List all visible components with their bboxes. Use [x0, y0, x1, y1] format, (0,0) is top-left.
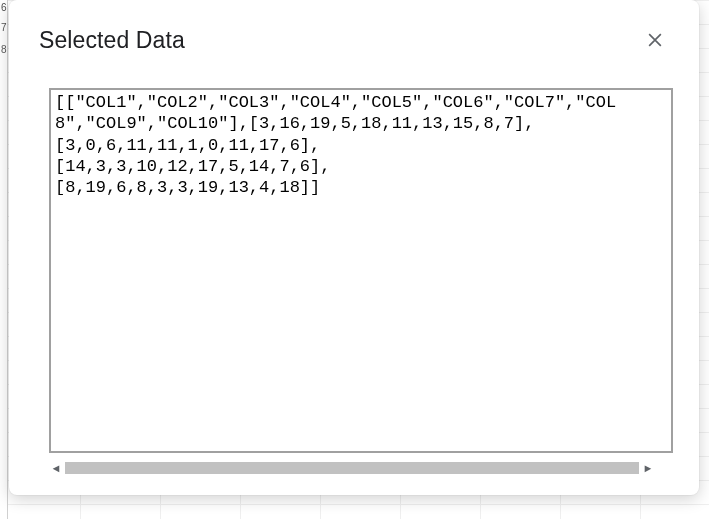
row-number: 8 — [1, 44, 7, 55]
scroll-left-arrow[interactable]: ◄ — [49, 461, 63, 475]
dialog-title: Selected Data — [39, 27, 185, 54]
selected-data-textarea[interactable] — [49, 88, 673, 453]
close-icon — [645, 30, 665, 50]
horizontal-scrollbar[interactable]: ◄ ► — [49, 459, 655, 477]
close-button[interactable] — [637, 22, 673, 58]
row-number: 6 — [1, 2, 7, 13]
dialog-header: Selected Data — [39, 22, 673, 58]
scroll-track[interactable] — [65, 462, 639, 474]
scroll-right-arrow[interactable]: ► — [641, 461, 655, 475]
textarea-container — [49, 88, 673, 453]
dialog-content: ◄ ► — [49, 88, 673, 477]
row-header-strip: 6 7 8 — [0, 0, 8, 519]
row-number: 7 — [1, 22, 7, 33]
selected-data-dialog: Selected Data ◄ ► — [9, 0, 699, 495]
